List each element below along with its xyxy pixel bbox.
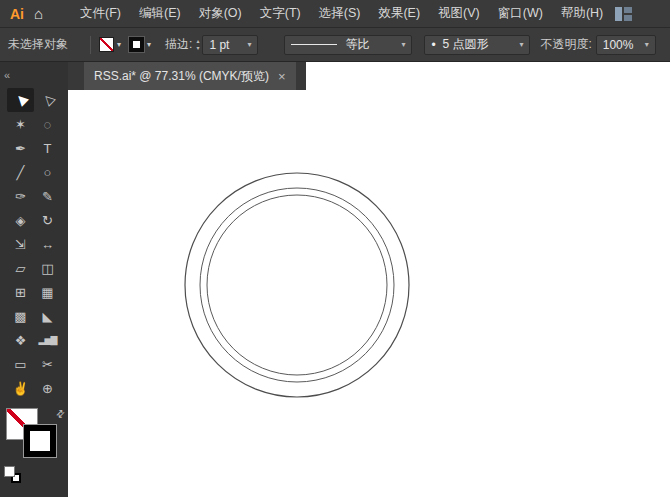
- menu-item-view[interactable]: 视图(V): [429, 0, 489, 27]
- shape-builder-tool-icon: ◫: [41, 262, 53, 275]
- document-area: RSS.ai* @ 77.31% (CMYK/预览) ×: [68, 62, 670, 497]
- stroke-swatch[interactable]: [24, 425, 56, 457]
- lasso-tool[interactable]: ◌: [34, 112, 61, 136]
- profile-line-icon: [291, 44, 337, 45]
- width-tool[interactable]: ↔: [34, 232, 61, 256]
- menu-item-select[interactable]: 选择(S): [310, 0, 370, 27]
- hand-tool[interactable]: ✌: [7, 376, 34, 400]
- menu-item-help[interactable]: 帮助(H): [552, 0, 612, 27]
- fill-dropdown-caret-icon[interactable]: ▾: [117, 40, 121, 49]
- paintbrush-tool[interactable]: ✑: [7, 184, 34, 208]
- perspective-grid-tool[interactable]: ⊞: [7, 280, 34, 304]
- menu-item-file[interactable]: 文件(F): [71, 0, 130, 27]
- eraser-tool-icon: ◈: [16, 214, 26, 227]
- chevron-down-icon: ▾: [513, 40, 523, 49]
- slice-tool-icon: ✂: [42, 358, 53, 371]
- tools-panel: « ▶ ▷ ✶ ◌ ✒ T ╱ ○ ✑ ✎ ◈ ↻ ⇲ ↔ ▱ ◫ ⊞ ▦: [0, 62, 68, 497]
- stroke-weight-dropdown[interactable]: 1 pt ▾: [202, 35, 258, 55]
- shape-builder-tool[interactable]: ◫: [34, 256, 61, 280]
- chevron-down-icon: ▾: [639, 40, 649, 49]
- illustrator-window: Ai ⌂ 文件(F) 编辑(E) 对象(O) 文字(T) 选择(S) 效果(E)…: [0, 0, 670, 497]
- opacity-value: 100%: [603, 38, 634, 52]
- mesh-tool[interactable]: ▦: [34, 280, 61, 304]
- menu-bar: Ai ⌂ 文件(F) 编辑(E) 对象(O) 文字(T) 选择(S) 效果(E)…: [0, 0, 670, 28]
- tool-grid: ▶ ▷ ✶ ◌ ✒ T ╱ ○ ✑ ✎ ◈ ↻ ⇲ ↔ ▱ ◫ ⊞ ▦ ▩ ◣: [0, 88, 68, 400]
- stepper-up-icon[interactable]: ▴: [196, 38, 199, 45]
- selection-status-label: 未选择对象: [8, 36, 68, 53]
- magic-wand-tool-icon: ✶: [15, 118, 26, 131]
- ellipse-tool[interactable]: ○: [34, 160, 61, 184]
- menu-item-effect[interactable]: 效果(E): [369, 0, 429, 27]
- artwork-circle-outer[interactable]: [185, 173, 409, 397]
- lasso-tool-icon: ◌: [44, 118, 52, 131]
- eraser-tool[interactable]: ◈: [7, 208, 34, 232]
- home-icon[interactable]: ⌂: [30, 5, 53, 22]
- pencil-tool[interactable]: ✎: [34, 184, 61, 208]
- brush-definition-dropdown[interactable]: • 5 点圆形 ▾: [424, 35, 530, 55]
- width-tool-icon: ↔: [41, 238, 54, 251]
- selection-tool-icon: ▶: [12, 92, 28, 108]
- rotate-tool[interactable]: ↻: [34, 208, 61, 232]
- column-graph-tool-icon: ▂▅▇: [39, 336, 57, 345]
- workspace-switcher-icon[interactable]: [615, 7, 632, 25]
- zoom-tool[interactable]: ⊕: [34, 376, 61, 400]
- width-profile-dropdown[interactable]: 等比 ▾: [284, 35, 412, 55]
- column-graph-tool[interactable]: ▂▅▇: [34, 328, 61, 352]
- fill-color-swatch[interactable]: [99, 37, 114, 52]
- menu-list: 文件(F) 编辑(E) 对象(O) 文字(T) 选择(S) 效果(E) 视图(V…: [71, 0, 612, 27]
- artboard-tool-icon: ▭: [14, 358, 26, 371]
- pen-tool-icon: ✒: [15, 142, 26, 155]
- menu-item-object[interactable]: 对象(O): [190, 0, 251, 27]
- gradient-tool[interactable]: ▩: [7, 304, 34, 328]
- artboard-tool[interactable]: ▭: [7, 352, 34, 376]
- menu-item-window[interactable]: 窗口(W): [489, 0, 552, 27]
- direct-selection-tool-icon: ▷: [39, 92, 55, 108]
- stroke-weight-label: 描边:: [165, 36, 192, 53]
- selection-tool[interactable]: ▶: [7, 88, 34, 112]
- document-tab-bar: RSS.ai* @ 77.31% (CMYK/预览) ×: [68, 62, 670, 90]
- type-tool[interactable]: T: [34, 136, 61, 160]
- eyedropper-tool[interactable]: ◣: [34, 304, 61, 328]
- fill-stroke-controls: ⇄: [4, 408, 64, 466]
- default-fill-stroke-icon[interactable]: [4, 466, 24, 484]
- opacity-dropdown[interactable]: 100% ▾: [596, 35, 656, 55]
- workspace: « ▶ ▷ ✶ ◌ ✒ T ╱ ○ ✑ ✎ ◈ ↻ ⇲ ↔ ▱ ◫ ⊞ ▦: [0, 62, 670, 497]
- artwork-circle-middle[interactable]: [200, 188, 394, 382]
- control-bar: 未选择对象 ▾ ▾ 描边: ▴ ▾ 1 pt ▾ 等比 ▾ • 5 点圆形 ▾: [0, 28, 670, 62]
- collapse-tools-button[interactable]: «: [4, 69, 9, 81]
- default-fill-chip: [4, 466, 15, 477]
- tab-strip: RSS.ai* @ 77.31% (CMYK/预览) ×: [68, 62, 306, 90]
- ellipse-tool-icon: ○: [44, 166, 52, 179]
- close-tab-icon[interactable]: ×: [278, 69, 286, 84]
- pen-tool[interactable]: ✒: [7, 136, 34, 160]
- free-transform-tool[interactable]: ▱: [7, 256, 34, 280]
- stroke-dropdown-caret-icon[interactable]: ▾: [147, 40, 151, 49]
- artwork-circle-inner[interactable]: [207, 195, 387, 375]
- swap-fill-stroke-icon[interactable]: ⇄: [53, 407, 67, 421]
- free-transform-tool-icon: ▱: [16, 262, 26, 275]
- menu-item-type[interactable]: 文字(T): [251, 0, 310, 27]
- mesh-tool-icon: ▦: [41, 286, 53, 299]
- brush-value: 5 点圆形: [443, 36, 489, 53]
- magic-wand-tool[interactable]: ✶: [7, 112, 34, 136]
- document-tab-title: RSS.ai* @ 77.31% (CMYK/预览): [94, 68, 269, 85]
- slice-tool[interactable]: ✂: [34, 352, 61, 376]
- document-tab[interactable]: RSS.ai* @ 77.31% (CMYK/预览) ×: [84, 62, 296, 90]
- menu-item-edit[interactable]: 编辑(E): [130, 0, 190, 27]
- canvas[interactable]: [68, 90, 670, 497]
- chevron-down-icon: ▾: [395, 40, 405, 49]
- stroke-weight-value: 1 pt: [209, 38, 229, 52]
- line-segment-tool[interactable]: ╱: [7, 160, 34, 184]
- scale-tool[interactable]: ⇲: [7, 232, 34, 256]
- line-segment-tool-icon: ╱: [17, 166, 25, 179]
- brush-dot-icon: •: [431, 38, 435, 52]
- paintbrush-tool-icon: ✑: [15, 190, 26, 203]
- divider: [90, 36, 91, 54]
- direct-selection-tool[interactable]: ▷: [34, 88, 61, 112]
- pencil-tool-icon: ✎: [42, 190, 53, 203]
- blend-tool[interactable]: ❖: [7, 328, 34, 352]
- eyedropper-tool-icon: ◣: [43, 310, 53, 323]
- perspective-grid-tool-icon: ⊞: [15, 286, 26, 299]
- stepper-down-icon[interactable]: ▾: [196, 45, 199, 52]
- stroke-color-swatch[interactable]: [129, 37, 144, 52]
